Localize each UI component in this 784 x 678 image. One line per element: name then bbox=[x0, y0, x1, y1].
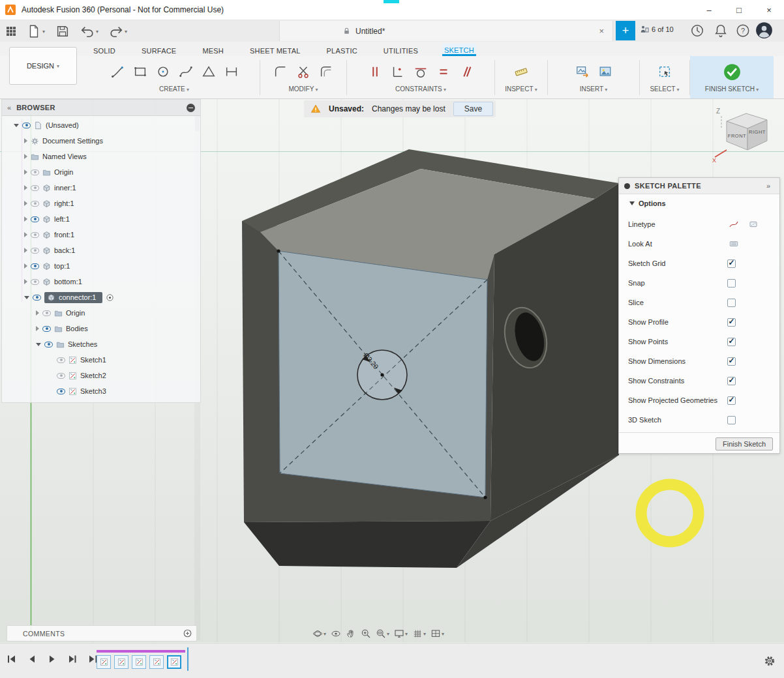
grid-settings-button[interactable]: ▾ bbox=[412, 628, 427, 640]
spline-tool-button[interactable] bbox=[177, 63, 194, 80]
show-projected-geometries-checkbox[interactable] bbox=[727, 396, 736, 405]
measure-tool-button[interactable] bbox=[513, 63, 530, 80]
circle-tool-button[interactable] bbox=[155, 63, 172, 80]
equal-constraint-button[interactable] bbox=[435, 63, 452, 80]
visibility-eye-icon[interactable] bbox=[57, 389, 65, 394]
sketch-palette-header[interactable]: SKETCH PALETTE » bbox=[619, 178, 779, 194]
file-menu-button[interactable]: ▾ bbox=[25, 22, 47, 40]
look-at-button[interactable] bbox=[727, 237, 740, 250]
visibility-eye-icon[interactable] bbox=[22, 123, 31, 128]
comments-bar[interactable]: COMMENTS bbox=[7, 625, 197, 641]
pan-button[interactable] bbox=[345, 628, 357, 640]
visibility-eye-icon[interactable] bbox=[31, 263, 39, 269]
rectangle-tool-button[interactable] bbox=[132, 63, 149, 80]
tab-sketch[interactable]: SKETCH bbox=[442, 44, 476, 56]
close-tab-button[interactable]: × bbox=[595, 25, 608, 37]
tree-item-origin[interactable]: Origin bbox=[6, 165, 196, 179]
undo-button[interactable]: ▾ bbox=[78, 22, 100, 40]
visibility-eye-icon[interactable] bbox=[33, 295, 41, 301]
tree-item-document-settings[interactable]: Document Settings bbox=[6, 134, 196, 148]
tree-item-named-views[interactable]: Named Views bbox=[6, 149, 196, 164]
tree-item-sketch2[interactable]: Sketch2 bbox=[6, 368, 196, 383]
expand-arrow-icon[interactable] bbox=[36, 326, 39, 331]
line-tool-button[interactable] bbox=[109, 63, 126, 80]
minimize-button[interactable]: – bbox=[694, 0, 724, 20]
viewcube[interactable]: Z FRONT RIGHT X bbox=[708, 104, 781, 163]
timeline-play-button[interactable] bbox=[46, 653, 59, 666]
visibility-eye-icon[interactable] bbox=[31, 185, 39, 191]
visibility-eye-icon[interactable] bbox=[42, 310, 51, 316]
tree-item-sketch3[interactable]: Sketch3 bbox=[6, 384, 196, 398]
slice-checkbox[interactable] bbox=[727, 299, 736, 307]
timeline-go-start-button[interactable] bbox=[5, 653, 18, 666]
expand-arrow-icon[interactable] bbox=[24, 170, 27, 175]
document-tab[interactable]: Untitled* × bbox=[279, 21, 613, 41]
tab-utilities[interactable]: UTILITIES bbox=[382, 44, 420, 56]
offset-tool-button[interactable] bbox=[318, 63, 335, 80]
visibility-eye-icon[interactable] bbox=[31, 232, 39, 238]
help-button[interactable] bbox=[736, 23, 750, 38]
expand-arrow-icon[interactable] bbox=[24, 154, 27, 159]
constraints-menu[interactable]: CONSTRAINTS bbox=[391, 85, 450, 93]
create-menu[interactable]: CREATE bbox=[155, 85, 193, 93]
browser-collapse-button[interactable] bbox=[187, 104, 195, 112]
viewports-button[interactable]: ▾ bbox=[430, 628, 445, 640]
select-menu[interactable]: SELECT bbox=[646, 85, 683, 93]
insert-image-button[interactable] bbox=[597, 63, 614, 80]
expand-arrow-icon[interactable] bbox=[24, 201, 27, 206]
zoom-button[interactable] bbox=[360, 628, 372, 640]
visibility-eye-icon[interactable] bbox=[57, 357, 65, 363]
tree-item-component[interactable]: left:1 bbox=[6, 212, 196, 226]
sketch-face[interactable]: Ø3.20 bbox=[277, 249, 487, 499]
sketch-dimension-button[interactable] bbox=[389, 63, 406, 80]
selected-item-pill[interactable]: connector:1 bbox=[44, 292, 102, 303]
visibility-eye-icon[interactable] bbox=[31, 279, 39, 285]
expand-arrow-icon[interactable] bbox=[24, 263, 27, 269]
visibility-eye-icon[interactable] bbox=[31, 170, 39, 175]
job-status-button[interactable] bbox=[690, 23, 704, 38]
timeline-feature-sketch[interactable] bbox=[149, 655, 164, 669]
collapse-left-icon[interactable]: « bbox=[7, 104, 11, 111]
preferences-gear-button[interactable] bbox=[763, 655, 776, 668]
activate-component-radio-icon[interactable] bbox=[106, 293, 114, 302]
notifications-button[interactable] bbox=[714, 23, 728, 38]
options-section-toggle[interactable]: Options bbox=[626, 199, 670, 208]
show-constraints-checkbox[interactable] bbox=[727, 377, 736, 385]
timeline-feature-sketch[interactable] bbox=[114, 655, 128, 669]
expand-arrow-icon[interactable] bbox=[24, 216, 27, 222]
insert-canvas-button[interactable] bbox=[574, 63, 591, 80]
tab-sheet-metal[interactable]: SHEET METAL bbox=[248, 44, 303, 56]
finish-sketch-palette-button[interactable]: Finish Sketch bbox=[716, 437, 773, 450]
sketch-grid-checkbox[interactable] bbox=[727, 259, 736, 268]
slot-tool-button[interactable] bbox=[223, 63, 240, 80]
trim-tool-button[interactable] bbox=[295, 63, 312, 80]
timeline-step-forward-button[interactable] bbox=[66, 653, 79, 666]
tree-item-component[interactable]: top:1 bbox=[6, 259, 196, 273]
linetype-plane-button[interactable] bbox=[747, 218, 760, 231]
redo-button[interactable]: ▾ bbox=[107, 22, 129, 40]
orbit-button[interactable]: ▾ bbox=[312, 628, 327, 640]
expand-arrow-icon[interactable] bbox=[36, 310, 39, 316]
timeline-position-marker[interactable] bbox=[187, 647, 188, 671]
expand-arrow-icon[interactable] bbox=[24, 185, 27, 190]
tangent-constraint-button[interactable] bbox=[412, 63, 429, 80]
parallel-constraint-button[interactable] bbox=[458, 63, 475, 80]
tree-item-active-component[interactable]: connector:1 bbox=[6, 290, 196, 304]
timeline-feature-active-sketch[interactable] bbox=[167, 655, 181, 669]
tab-plastic[interactable]: PLASTIC bbox=[325, 44, 359, 56]
look-at-nav-button[interactable] bbox=[330, 628, 342, 640]
visibility-eye-icon[interactable] bbox=[57, 373, 65, 379]
expand-arrow-icon[interactable] bbox=[24, 138, 27, 143]
show-dimensions-checkbox[interactable] bbox=[727, 357, 736, 366]
show-profile-checkbox[interactable] bbox=[727, 318, 736, 327]
display-settings-button[interactable]: ▾ bbox=[393, 628, 408, 640]
tree-item-component[interactable]: back:1 bbox=[6, 243, 196, 258]
3d-sketch-checkbox[interactable] bbox=[727, 416, 736, 424]
insert-menu[interactable]: INSERT bbox=[576, 85, 612, 93]
tree-item-component[interactable]: right:1 bbox=[6, 196, 196, 211]
tree-item-component[interactable]: inner:1 bbox=[6, 181, 196, 195]
tab-solid[interactable]: SOLID bbox=[91, 44, 117, 56]
expand-arrow-icon[interactable] bbox=[24, 248, 27, 253]
finish-sketch-menu[interactable]: FINISH SKETCH bbox=[701, 85, 762, 93]
palette-collapse-button[interactable]: » bbox=[762, 181, 774, 190]
